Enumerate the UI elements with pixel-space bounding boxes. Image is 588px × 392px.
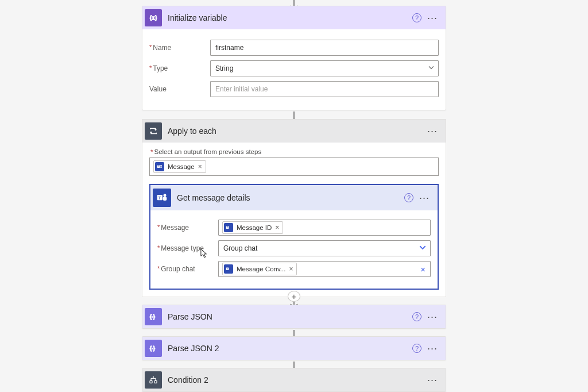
token-message-conv[interactable]: T Message Conv... ×: [222, 263, 297, 275]
condition-icon: [145, 371, 162, 389]
parse-json-card: {·} Parse JSON ? ···: [142, 305, 446, 329]
card-body: *Name firstname *Type String Value Enter…: [142, 29, 446, 110]
output-from-label: *Select an output from previous steps: [150, 148, 438, 155]
message-type-select[interactable]: Group chat: [218, 240, 431, 256]
help-icon[interactable]: ?: [412, 13, 421, 22]
card-header[interactable]: {·} Parse JSON 2 ? ···: [142, 337, 446, 360]
card-header[interactable]: {x} Initialize variable ? ···: [142, 6, 446, 29]
svg-text:{x}: {x}: [149, 15, 157, 21]
data-operation-icon: {·}: [145, 340, 162, 357]
teams-icon: T: [224, 223, 233, 232]
type-select[interactable]: String: [210, 60, 439, 76]
card-header[interactable]: Apply to each ···: [142, 120, 446, 143]
arrow-down-icon: [288, 110, 300, 119]
token-label: Message: [168, 163, 195, 170]
arrow-down-icon: [288, 329, 300, 336]
flow-canvas: {x} Initialize variable ? ··· *Name firs…: [0, 0, 588, 392]
token-message[interactable]: T Message ×: [153, 160, 206, 173]
field-label-message-type: *Message type: [157, 244, 218, 252]
svg-point-5: [160, 165, 162, 167]
svg-rect-6: [160, 166, 162, 168]
card-header[interactable]: {·} Parse JSON ? ···: [142, 305, 446, 328]
svg-point-9: [164, 194, 167, 197]
clear-icon[interactable]: ×: [420, 264, 425, 274]
field-label-type: *Type: [149, 64, 210, 72]
card-title: Apply to each: [168, 126, 421, 136]
svg-rect-23: [150, 381, 152, 383]
svg-text:T: T: [158, 195, 161, 200]
svg-rect-24: [154, 381, 157, 383]
chevron-down-icon: [419, 243, 427, 253]
card-header[interactable]: T Get message details ? ···: [150, 185, 438, 210]
svg-rect-10: [163, 197, 167, 201]
help-icon[interactable]: ?: [412, 344, 421, 353]
card-title: Parse JSON 2: [168, 344, 407, 353]
output-from-input[interactable]: T Message ×: [149, 157, 439, 176]
get-message-details-card: T Get message details ? ··· *Message: [149, 184, 439, 290]
parse-json-2-card: {·} Parse JSON 2 ? ···: [142, 336, 446, 360]
apply-to-each-card: Apply to each ··· *Select an output from…: [142, 119, 446, 297]
token-remove-icon[interactable]: ×: [198, 163, 202, 171]
card-title: Initialize variable: [168, 13, 407, 22]
card-title: Get message details: [177, 193, 399, 202]
chevron-down-icon: [428, 64, 435, 72]
condition-2-card: Condition 2 ···: [142, 368, 446, 392]
card-title: Parse JSON: [168, 312, 407, 321]
arrow-down-icon: [288, 0, 300, 6]
token-message-id[interactable]: T Message ID ×: [222, 221, 283, 234]
group-chat-input[interactable]: T Message Conv... × ×: [218, 261, 431, 277]
token-label: Message Conv...: [237, 266, 285, 272]
field-label-value: Value: [149, 85, 210, 93]
data-operation-icon: {·}: [145, 308, 162, 325]
initialize-variable-card: {x} Initialize variable ? ··· *Name firs…: [142, 6, 446, 110]
variable-icon: {x}: [145, 9, 162, 26]
field-label-name: *Name: [149, 44, 210, 52]
add-step-button[interactable]: +: [288, 291, 300, 302]
card-title: Condition 2: [168, 375, 421, 385]
message-input[interactable]: T Message ID ×: [218, 220, 431, 236]
field-label-message: *Message: [157, 224, 218, 232]
svg-text:{·}: {·}: [150, 314, 155, 320]
arrow-down-icon: [288, 360, 300, 368]
help-icon[interactable]: ?: [404, 193, 413, 202]
teams-icon: T: [153, 189, 171, 207]
field-label-group-chat: *Group chat: [157, 265, 218, 273]
card-header[interactable]: Condition 2 ···: [142, 368, 446, 391]
help-icon[interactable]: ?: [412, 312, 421, 321]
loop-icon: [145, 122, 162, 140]
token-label: Message ID: [237, 224, 272, 231]
teams-icon: T: [224, 264, 233, 274]
teams-icon: T: [155, 162, 164, 171]
name-input[interactable]: firstname: [210, 40, 439, 56]
value-input[interactable]: Enter initial value: [210, 81, 439, 97]
svg-text:{·}: {·}: [150, 345, 155, 351]
token-remove-icon[interactable]: ×: [289, 265, 293, 273]
token-remove-icon[interactable]: ×: [275, 224, 279, 232]
